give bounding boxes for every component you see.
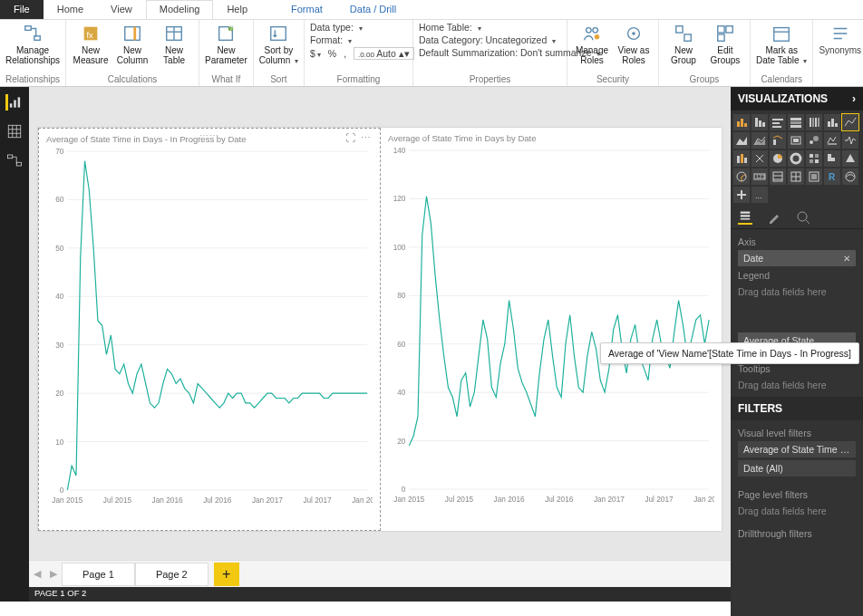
- svg-text:100: 100: [393, 243, 406, 252]
- analytics-tab-icon[interactable]: [796, 210, 810, 225]
- sort-by-column-button[interactable]: Sort by Column: [259, 22, 298, 66]
- svg-rect-18: [676, 26, 683, 33]
- viz-type-6[interactable]: [842, 114, 858, 130]
- data-category-dropdown[interactable]: Data Category: Uncategorized: [419, 34, 561, 45]
- view-as-roles-button[interactable]: View as Roles: [615, 22, 653, 65]
- tooltips-placeholder[interactable]: Drag data fields here: [738, 377, 856, 393]
- viz-type-28[interactable]: [733, 187, 750, 203]
- viz-type-17[interactable]: [788, 150, 804, 167]
- legend-placeholder[interactable]: Drag data fields here: [738, 284, 856, 300]
- new-group-button[interactable]: New Group: [664, 22, 703, 65]
- edit-groups-button[interactable]: Edit Groups: [706, 22, 744, 65]
- page-tab-1[interactable]: Page 1: [62, 563, 135, 586]
- tab-file[interactable]: File: [0, 0, 44, 19]
- viz-type-8[interactable]: [751, 132, 768, 149]
- new-measure-button[interactable]: fx New Measure: [72, 22, 110, 65]
- viz-type-16[interactable]: [770, 150, 786, 167]
- format-dropdown[interactable]: Format:: [310, 34, 407, 45]
- axis-field-date[interactable]: Date✕: [738, 250, 856, 266]
- visualizations-header[interactable]: VISUALIZATIONS›: [731, 87, 863, 111]
- viz-type-27[interactable]: [842, 168, 858, 185]
- ribbon-group-calculations: Calculations: [72, 74, 193, 86]
- remove-axis-icon[interactable]: ✕: [843, 254, 850, 264]
- svg-rect-33: [8, 155, 13, 159]
- viz-type-23[interactable]: [770, 168, 786, 185]
- viz-type-7[interactable]: [733, 132, 750, 149]
- viz-type-1[interactable]: [751, 114, 768, 130]
- page-filters-placeholder[interactable]: Drag data fields here: [738, 503, 856, 519]
- manage-roles-button[interactable]: Manage Roles: [573, 22, 611, 65]
- page-tab-bar: ◀ ▶ Page 1 Page 2 +: [29, 560, 731, 587]
- manage-relationships-button[interactable]: Manage Relationships: [5, 22, 60, 65]
- tab-format[interactable]: Format: [277, 0, 336, 19]
- svg-rect-131: [741, 212, 751, 214]
- viz-type-10[interactable]: [788, 132, 804, 149]
- page-tab-2[interactable]: Page 2: [135, 563, 208, 586]
- mark-as-date-table-button[interactable]: Mark as Date Table: [756, 22, 807, 66]
- page-prev-icon[interactable]: ◀: [29, 568, 45, 580]
- svg-text:Jul 2015: Jul 2015: [103, 496, 132, 505]
- svg-text:60: 60: [55, 195, 64, 204]
- currency-button[interactable]: $: [310, 48, 321, 59]
- viz-type-21[interactable]: [733, 168, 750, 185]
- filter-date[interactable]: Date (All): [738, 460, 856, 476]
- tab-help[interactable]: Help: [213, 0, 261, 19]
- svg-rect-28: [8, 125, 21, 138]
- viz-type-11[interactable]: [806, 132, 822, 149]
- svg-rect-98: [831, 119, 834, 127]
- viz-type-4[interactable]: [806, 114, 822, 130]
- add-page-button[interactable]: +: [214, 563, 239, 586]
- fields-tab-icon[interactable]: [738, 210, 752, 225]
- default-summarization-dropdown[interactable]: Default Summarization: Don't summarize: [419, 47, 561, 58]
- visual-2[interactable]: Average of State Time in Days by Date 02…: [381, 128, 722, 531]
- data-view-icon[interactable]: [6, 123, 23, 140]
- report-view-icon[interactable]: [5, 94, 22, 111]
- filter-avg-state-time[interactable]: Average of State Time in ...: [738, 441, 856, 457]
- svg-rect-20: [718, 26, 724, 33]
- decimal-auto[interactable]: .0​.00 Auto ▴▾: [354, 47, 414, 60]
- percent-button[interactable]: %: [328, 48, 336, 59]
- model-view-icon[interactable]: [6, 152, 23, 168]
- visual-1[interactable]: ⋯⋯ ⛶ ⋯ Average of State Time in Days - I…: [38, 128, 381, 531]
- viz-type-20[interactable]: [842, 150, 858, 167]
- viz-type-15[interactable]: [751, 150, 768, 167]
- viz-type-14[interactable]: [733, 150, 750, 167]
- new-parameter-button[interactable]: ? New Parameter: [205, 22, 247, 65]
- report-canvas[interactable]: ⋯⋯ ⛶ ⋯ Average of State Time in Days - I…: [38, 128, 722, 531]
- viz-type-26[interactable]: R: [824, 168, 840, 185]
- viz-type-22[interactable]: 123: [751, 168, 768, 185]
- page-next-icon[interactable]: ▶: [45, 568, 62, 580]
- home-table-dropdown[interactable]: Home Table:: [419, 22, 561, 33]
- drag-handle-icon[interactable]: ⋯⋯: [199, 130, 219, 140]
- viz-type-19[interactable]: [824, 150, 840, 167]
- viz-type-9[interactable]: [770, 132, 786, 149]
- svg-point-15: [595, 34, 600, 39]
- tab-home[interactable]: Home: [44, 0, 97, 19]
- viz-type-12[interactable]: [824, 132, 840, 149]
- tab-view[interactable]: View: [97, 0, 146, 19]
- status-bar: PAGE 1 OF 2: [29, 587, 731, 602]
- format-tab-icon[interactable]: [767, 210, 781, 225]
- comma-button[interactable]: ,: [344, 48, 346, 59]
- svg-rect-81: [737, 121, 740, 127]
- synonyms-button[interactable]: Synonyms: [819, 22, 861, 55]
- viz-type-13[interactable]: [842, 132, 858, 149]
- data-type-dropdown[interactable]: Data type:: [310, 22, 407, 33]
- viz-type-18[interactable]: [806, 150, 822, 167]
- new-table-button[interactable]: New Table: [155, 22, 193, 65]
- viz-type-5[interactable]: [824, 114, 840, 130]
- viz-type-3[interactable]: [788, 114, 804, 130]
- svg-line-135: [806, 220, 810, 224]
- tab-data-drill[interactable]: Data / Drill: [336, 0, 410, 19]
- tab-modeling[interactable]: Modeling: [146, 0, 214, 19]
- viz-type-29[interactable]: ...: [751, 187, 768, 203]
- viz-type-2[interactable]: [770, 114, 786, 130]
- viz-type-25[interactable]: [806, 168, 822, 185]
- filters-header[interactable]: FILTERS: [731, 397, 863, 420]
- svg-rect-106: [737, 156, 740, 163]
- viz-type-24[interactable]: [788, 168, 804, 185]
- new-column-button[interactable]: New Column: [113, 22, 151, 65]
- focus-mode-icon[interactable]: ⛶: [345, 132, 355, 144]
- viz-type-0[interactable]: [733, 114, 750, 130]
- more-options-icon[interactable]: ⋯: [361, 132, 371, 144]
